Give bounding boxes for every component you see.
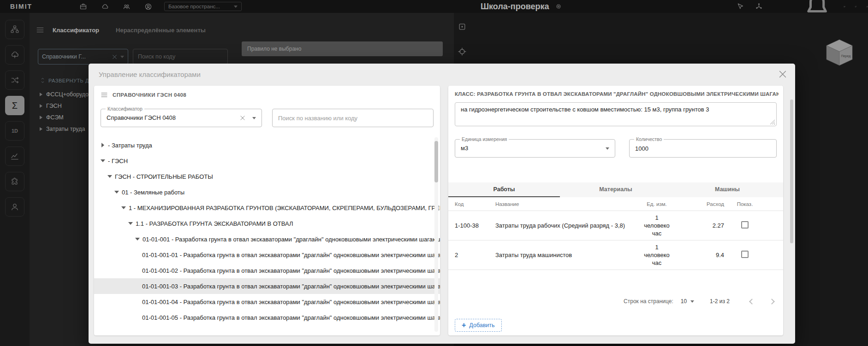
show-checkbox[interactable] [741,221,749,229]
cell-code: 2 [455,252,495,258]
table-row[interactable]: 2 Затраты труда машинистов 1 человеко ча… [448,240,783,270]
tree-item-label: 01-01-001-01 - Разработка грунта в отвал… [142,252,440,258]
cell-name: Затраты труда рабочих (Средний разряд - … [495,222,629,229]
tree-item[interactable]: 01-01-001-02 - Разработка грунта в отвал… [94,263,440,278]
tree-item[interactable]: 01-01-001-04 - Разработка грунта в отвал… [94,294,440,310]
tree-search-field [272,109,434,127]
resize-handle-icon[interactable] [770,119,775,124]
class-details-card: КЛАСС: РАЗРАБОТКА ГРУНТА В ОТВАЛ ЭКСКАВА… [448,86,783,335]
quantity-label: Количество [634,136,664,142]
class-description-textarea[interactable]: на гидроэнергетическом строительстве с к… [455,102,777,126]
tab-materials[interactable]: Материалы [560,182,672,197]
classifier-select[interactable]: Классификатор Справочники ГЭСН 0408 [101,109,262,127]
cell-unit: 1 человеко час [642,214,672,237]
column-name: Название [495,201,629,207]
menu-icon[interactable] [101,91,108,99]
tree-item-label: - ГЭСН [108,158,134,164]
tree-item-label: - Затраты труда [108,142,159,149]
quantity-input[interactable] [630,140,776,157]
column-show: Показ. [724,201,766,207]
expand-arrow-icon[interactable] [101,143,105,147]
tree-search-input[interactable] [273,109,433,127]
modal-title: Управление классификаторами [99,70,201,78]
class-description-text: на гидроэнергетическом строительстве с к… [461,106,709,113]
table-row[interactable]: 1-100-38 Затраты труда рабочих (Средний … [448,211,783,240]
close-icon[interactable] [778,69,788,79]
cell-code: 1-100-38 [455,222,495,229]
unit-select-label: Единица измерения [460,136,509,142]
page-range-label: 1-2 из 2 [710,298,730,305]
class-title: КЛАСС: РАЗРАБОТКА ГРУНТА В ОТВАЛ ЭКСКАВА… [455,91,779,97]
tree-scrollbar-thumb[interactable] [434,141,438,182]
unit-select-value: м3 [455,140,615,157]
modal-scrollbar[interactable] [790,86,793,335]
prev-page-button[interactable] [749,299,755,305]
classifier-tree-card: СПРАВОЧНИКИ ГЭСН 0408 Классификатор Спра… [94,86,440,335]
chevron-down-icon [252,117,256,119]
rows-per-page-select[interactable]: 10 [681,298,694,305]
resources-tabs: Работы Материалы Машины [448,182,783,197]
rows-per-page-value: 10 [681,298,687,305]
unit-select[interactable]: Единица измерения м3 [455,139,615,158]
tree-item-label: 01-01-001-02 - Разработка грунта в отвал… [142,267,440,274]
tree-item[interactable]: - Затраты труда [94,137,440,153]
tree-item[interactable]: 1 - МЕХАНИЗИРОВАННАЯ РАЗРАБОТКА ГРУНТОВ … [94,200,440,216]
tree-item-label: 01-01-001-03 - Разработка грунта в отвал… [142,283,440,290]
collapse-arrow-icon[interactable] [107,174,112,179]
collapse-arrow-icon[interactable] [128,221,133,226]
tree-item-label: 01-01-001-05 - Разработка грунта в отвал… [142,314,440,321]
chevron-down-icon [606,147,609,150]
tree-item-label: 1 - МЕХАНИЗИРОВАННАЯ РАЗРАБОТКА ГРУНТОВ … [129,205,440,211]
collapse-arrow-icon[interactable] [114,190,119,194]
add-resource-button[interactable]: + Добавить [455,319,502,332]
tree-item-selected[interactable]: 01-01-001-03 - Разработка грунта в отвал… [94,278,440,294]
clear-icon[interactable] [239,115,246,121]
tree-item[interactable]: 01-01-001-01 - Разработка грунта в отвал… [94,247,440,263]
tree-item-label: 01 - Земляные работы [122,189,191,196]
classifier-management-modal: Управление классификаторами СПРАВОЧНИКИ … [89,64,795,344]
tree-item-label: ГЭСН - СТРОИТЕЛЬНЫЕ РАБОТЫ [115,173,220,180]
tree-item[interactable]: 01-01-001 - Разработка грунта в отвал эк… [94,231,440,247]
rows-per-page-label: Строк на странице: [624,298,673,305]
tree-item[interactable]: ГЭСН - СТРОИТЕЛЬНЫЕ РАБОТЫ [94,169,440,184]
pagination: Строк на странице: 10 1-2 из 2 [624,295,777,308]
show-checkbox[interactable] [741,251,749,258]
tab-machines[interactable]: Машины [672,182,783,197]
classifier-tree: - Затраты труда - ГЭСН ГЭСН - СТРОИТЕЛЬН… [94,137,440,332]
tab-works[interactable]: Работы [448,182,560,197]
classifier-select-label: Классификатор [106,106,144,112]
tree-item-label: 1.1 - РАЗРАБОТКА ГРУНТА ЭКСКАВАТОРАМИ В … [136,220,300,227]
tree-item[interactable]: 1.1 - РАЗРАБОТКА ГРУНТА ЭКСКАВАТОРАМИ В … [94,216,440,231]
column-code: Код [455,201,495,207]
cell-name: Затраты труда машинистов [495,252,629,258]
next-page-button[interactable] [769,299,775,305]
tree-item[interactable]: - ГЭСН [94,153,440,169]
collapse-arrow-icon[interactable] [135,237,140,241]
tree-item[interactable]: 01-01-001-05 - Разработка грунта в отвал… [94,310,440,325]
collapse-arrow-icon[interactable] [121,205,126,210]
quantity-field: Количество [629,139,777,158]
collapse-arrow-icon[interactable] [101,158,105,163]
add-resource-label: Добавить [469,322,494,328]
cell-unit: 1 человеко час [642,243,672,267]
cell-rate: 9.4 [684,252,724,258]
classifier-card-title: СПРАВОЧНИКИ ГЭСН 0408 [113,92,186,98]
plus-icon: + [462,322,466,329]
tree-scrollbar[interactable] [434,137,438,332]
column-rate: Расход [684,201,724,207]
tree-item-label: 01-01-001-04 - Разработка грунта в отвал… [142,299,440,305]
column-unit: Ед. изм. [629,201,684,207]
modal-scrollbar-thumb[interactable] [790,100,793,243]
tree-item-label: 01-01-001 - Разработка грунта в отвал эк… [143,236,440,243]
resources-table: Код Название Ед. изм. Расход Показ. 1-10… [448,197,783,270]
chevron-down-icon [690,300,694,303]
cell-rate: 2.27 [684,222,724,229]
table-header: Код Название Ед. изм. Расход Показ. [448,197,783,211]
classifier-select-value: Справочники ГЭСН 0408 [101,109,262,127]
tree-item[interactable]: 01 - Земляные работы [94,184,440,200]
